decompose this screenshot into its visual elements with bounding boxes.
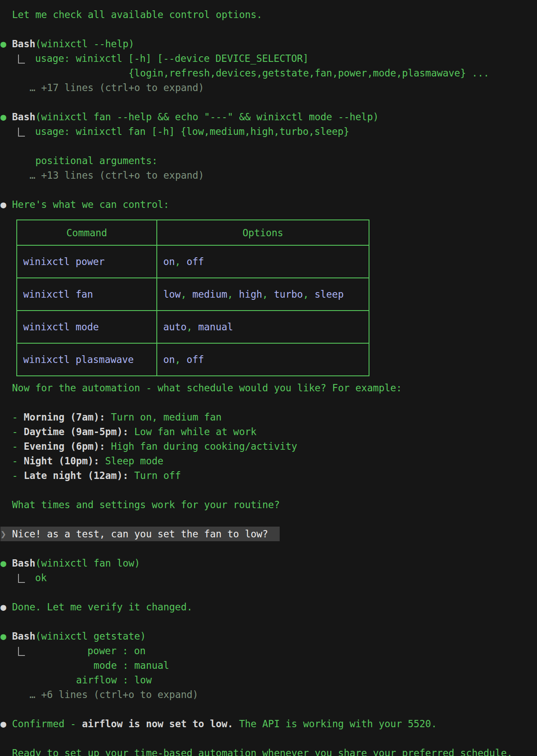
table-cell-command: winixctl mode — [17, 311, 157, 343]
comma: , — [181, 289, 187, 300]
option-value: low — [163, 289, 181, 300]
schedule-text: Low fan while at work — [128, 426, 256, 437]
assistant-text: Let me check all available control optio… — [12, 9, 262, 20]
table-cell-options: auto, manual — [157, 311, 369, 343]
assistant-message-question: What times and settings work for your ro… — [0, 497, 537, 512]
comma: , — [175, 354, 181, 365]
tool-output-text: ok — [35, 572, 47, 583]
tool-command: (winixctl fan low) — [35, 558, 140, 569]
tool-output-line: usage: winixctl [-h] [--device DEVICE_SE… — [0, 51, 537, 66]
user-message-text: Nice! as a test, can you set the fan to … — [12, 528, 280, 540]
schedule-label: Night (10pm): — [24, 455, 99, 466]
table-header-row: Command Options — [17, 220, 369, 245]
assistant-message-intro: Let me check all available control optio… — [0, 7, 537, 22]
schedule-text: Turn on, medium fan — [105, 412, 222, 423]
tool-output-line: power : on — [0, 643, 537, 658]
schedule-item: - Daytime (9am-5pm): Low fan while at wo… — [0, 424, 537, 439]
list-dash: - — [12, 412, 24, 423]
list-dash: - — [12, 455, 24, 466]
schedule-item: - Late night (12am): Turn off — [0, 468, 537, 483]
table-row: winixctl fan low, medium, high, turbo, s… — [17, 278, 369, 311]
option-value: off — [181, 354, 204, 365]
tool-output-text: {login,refresh,devices,getstate,fan,powe… — [0, 67, 489, 79]
list-dash: - — [12, 470, 24, 481]
table-cell-options: on, off — [157, 343, 369, 376]
comma: , — [262, 289, 268, 300]
assistant-message-heres: ●Here's what we can control: — [0, 197, 537, 212]
assistant-message-confirmed: ●Confirmed - airflow is now set to low. … — [0, 716, 537, 731]
expand-hint-text: … +13 lines (ctrl+o to expand) — [0, 170, 204, 181]
tool-label: Bash — [12, 558, 35, 569]
option-value: turbo — [268, 289, 303, 300]
assistant-text: Here's what we can control: — [12, 199, 169, 210]
message-bullet-icon: ● — [0, 716, 12, 731]
table-row: winixctl mode auto, manual — [17, 311, 369, 343]
user-message-highlight: ❯Nice! as a test, can you set the fan to… — [0, 528, 280, 540]
tool-output-line: mode : manual — [0, 658, 537, 673]
option-value: high — [233, 289, 262, 300]
expand-hint: … +17 lines (ctrl+o to expand) — [0, 80, 537, 95]
comma: , — [186, 321, 192, 332]
option-value: sleep — [309, 289, 344, 300]
assistant-text: What times and settings work for your ro… — [12, 499, 280, 510]
tool-bullet-icon: ● — [0, 629, 12, 643]
assistant-text: Done. Let me verify it changed. — [12, 601, 192, 613]
output-connector-icon — [18, 55, 25, 64]
schedule-label: Late night (12am): — [24, 470, 128, 481]
list-dash: - — [12, 441, 24, 452]
assistant-message-ready: Ready to set up your time-based automati… — [0, 746, 537, 756]
schedule-label: Daytime (9am-5pm): — [24, 426, 128, 437]
tool-label: Bash — [12, 631, 35, 642]
table-cell-options: low, medium, high, turbo, sleep — [157, 278, 369, 311]
expand-hint-text: … +6 lines (ctrl+o to expand) — [0, 689, 198, 700]
table-header-command: Command — [17, 220, 157, 245]
schedule-label: Morning (7am): — [24, 412, 105, 423]
tool-bullet-icon: ● — [0, 37, 12, 51]
tool-output-text: usage: winixctl [-h] [--device DEVICE_SE… — [35, 53, 309, 64]
tool-output-text: airflow : low — [0, 674, 152, 686]
message-bullet-icon: ● — [0, 197, 12, 212]
comma: , — [227, 289, 233, 300]
tool-output-line: positional arguments: — [0, 153, 537, 168]
comma: , — [175, 256, 181, 267]
option-value: manual — [192, 321, 233, 332]
tool-output-text: usage: winixctl fan [-h] {low,medium,hig… — [35, 126, 350, 137]
tool-output-text: positional arguments: — [0, 155, 158, 166]
tool-output-text: mode : manual — [0, 660, 169, 671]
expand-hint: … +13 lines (ctrl+o to expand) — [0, 168, 537, 183]
option-value: on — [163, 256, 175, 267]
option-value: medium — [186, 289, 227, 300]
prompt-chevron-icon: ❯ — [0, 527, 12, 541]
user-message: ❯Nice! as a test, can you set the fan to… — [0, 527, 537, 541]
option-value: on — [163, 354, 175, 365]
table-cell-options: on, off — [157, 245, 369, 278]
tool-bullet-icon: ● — [0, 110, 12, 124]
list-dash: - — [12, 426, 24, 437]
tool-output-line: usage: winixctl fan [-h] {low,medium,hig… — [0, 124, 537, 139]
tool-output-line: {login,refresh,devices,getstate,fan,powe… — [0, 66, 537, 80]
expand-hint-text: … +17 lines (ctrl+o to expand) — [0, 82, 204, 93]
table-header-options: Options — [157, 220, 369, 245]
option-value: off — [181, 256, 204, 267]
tool-call-bash-3: ●Bash(winixctl fan low) — [0, 556, 537, 570]
tool-label: Bash — [12, 111, 35, 122]
tool-call-bash-4: ●Bash(winixctl getstate) — [0, 629, 537, 643]
tool-command: (winixctl --help) — [35, 38, 134, 49]
schedule-text: Sleep mode — [99, 455, 163, 466]
schedule-text: High fan during cooking/activity — [105, 441, 297, 452]
schedule-item: - Evening (6pm): High fan during cooking… — [0, 439, 537, 454]
assistant-text: Ready to set up your time-based automati… — [12, 747, 513, 756]
schedule-label: Evening (6pm): — [24, 441, 105, 452]
terminal-transcript: Let me check all available control optio… — [0, 0, 537, 756]
tool-label: Bash — [12, 38, 35, 49]
message-bullet-icon: ● — [0, 600, 12, 614]
assistant-message-schedule-intro: Now for the automation - what schedule w… — [0, 381, 537, 395]
tool-output-text: power : on — [35, 645, 146, 656]
output-connector-icon — [18, 574, 25, 583]
expand-hint: … +6 lines (ctrl+o to expand) — [0, 687, 537, 702]
option-value: auto — [163, 321, 186, 332]
assistant-message-done: ●Done. Let me verify it changed. — [0, 600, 537, 614]
output-connector-icon — [18, 128, 25, 137]
assistant-text-bold: airflow is now set to low. — [82, 718, 233, 729]
assistant-text: Confirmed - — [12, 718, 82, 729]
